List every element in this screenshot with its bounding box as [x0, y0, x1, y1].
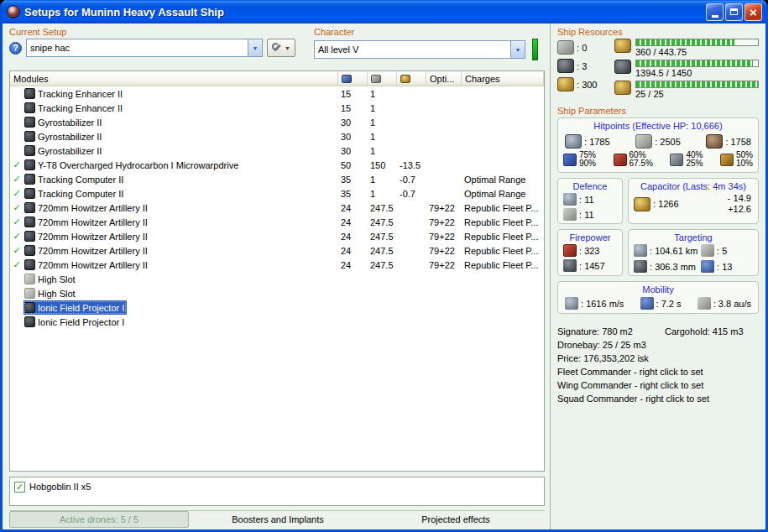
wrench-icon [272, 43, 282, 53]
character-label: Character [314, 27, 538, 37]
bottom-tab-bar: Active drones: 5 / 5 Boosters and Implan… [9, 510, 545, 528]
price-value: Price: 176,353,202 isk [557, 352, 759, 365]
modules-column-header[interactable]: Modules [10, 71, 338, 86]
ship-resources-label: Ship Resources [557, 27, 759, 37]
module-row[interactable]: ✓ Ionic Field Projector I [10, 315, 544, 329]
powergrid-icon [371, 75, 381, 83]
module-icon [24, 159, 35, 170]
shield-hp: 1785 [565, 134, 610, 149]
capacitor-recharge: +12.6 [728, 204, 751, 215]
module-row[interactable]: ✓ 720mm Howitzer Artillery II 24 247.5 7… [10, 201, 544, 215]
module-row[interactable]: ✓ 720mm Howitzer Artillery II 24 247.5 7… [10, 215, 544, 229]
module-icon [24, 188, 35, 199]
module-powergrid-value: 247.5 [368, 232, 397, 242]
sensor-strength: 13 [701, 260, 753, 273]
module-powergrid-value: 1 [368, 89, 397, 99]
setup-tools-button[interactable]: ▼ [267, 39, 295, 57]
targeting-range: 104.61 km [634, 244, 701, 257]
chevron-down-icon[interactable]: ▼ [248, 39, 262, 56]
module-icon [24, 102, 35, 113]
right-panel: Ship Resources 0 3 300 [550, 23, 765, 529]
maximize-button[interactable] [725, 3, 743, 21]
optimal-column-header[interactable]: Opti... [426, 71, 462, 86]
module-row[interactable]: ✓ Gyrostabilizer II 30 1 [10, 115, 544, 129]
tab-boosters-implants[interactable]: Boosters and Implants [189, 511, 367, 528]
module-row[interactable]: ✓ High Slot [10, 286, 544, 300]
explosive-resist-icon [720, 154, 734, 166]
powergrid-column-header[interactable] [368, 71, 397, 86]
module-row[interactable]: ✓ 720mm Howitzer Artillery II 24 247.5 7… [10, 258, 544, 272]
drone-row[interactable]: ✓ Hobgoblin II x5 [14, 480, 540, 493]
character-combo[interactable]: All level V ▼ [314, 40, 525, 59]
module-name: 720mm Howitzer Artillery II [38, 217, 148, 227]
wing-commander-hint[interactable]: Wing Commander - right click to set [557, 378, 759, 392]
fleet-commander-hint[interactable]: Fleet Commander - right click to set [557, 365, 759, 378]
module-row[interactable]: ✓ Ionic Field Projector I [10, 300, 544, 315]
module-cpu-value: 24 [338, 217, 368, 227]
hull-hp: 1758 [706, 134, 751, 149]
modules-list: ✓ Tracking Enhancer II 15 1 [10, 86, 544, 471]
cpu-column-header[interactable] [338, 71, 368, 86]
shield-icon [565, 134, 582, 149]
module-charge: Republic Fleet P... [462, 203, 544, 213]
module-row[interactable]: ✓ Tracking Computer II 35 1 -0.7 [10, 172, 544, 186]
module-row[interactable]: ✓ Tracking Enhancer II 15 1 [10, 86, 544, 101]
capacitor-title: Capacitor (Lasts: 4m 34s) [634, 181, 753, 191]
chevron-down-icon[interactable]: ▼ [510, 41, 525, 58]
module-row[interactable]: ✓ Gyrostabilizer II 30 1 [10, 129, 544, 143]
charges-column-header[interactable]: Charges [462, 71, 544, 86]
module-icon [24, 288, 35, 299]
module-name: High Slot [38, 274, 76, 284]
setup-combo[interactable]: snipe hac ▼ [26, 39, 263, 57]
turret-icon [557, 40, 574, 55]
tab-active-drones[interactable]: Active drones: 5 / 5 [9, 511, 189, 528]
module-powergrid-value: 1 [368, 189, 397, 199]
module-optimal-value: 79+22 [426, 203, 462, 213]
module-cpu-value: 15 [338, 89, 368, 99]
minimize-button[interactable] [706, 3, 724, 21]
scan-resolution: 306.3 mm [634, 260, 701, 273]
module-powergrid-value: 247.5 [368, 246, 397, 256]
armor-defence-rate: 11 [563, 208, 617, 221]
cargohold-value: Cargohold: 415 m3 [665, 325, 744, 338]
module-row[interactable]: ✓ 720mm Howitzer Artillery II 24 247.5 7… [10, 229, 544, 243]
squad-commander-hint[interactable]: Squad Commander - right click to set [557, 392, 759, 405]
module-cpu-value: 15 [338, 103, 368, 113]
fitted-check-icon: ✓ [13, 174, 20, 185]
hull-icon [706, 134, 723, 149]
capacitor-drain: - 14.9 [728, 193, 751, 204]
module-capacitor-value: -0.7 [397, 189, 426, 199]
module-cpu-value: 35 [338, 189, 368, 199]
module-name: Ionic Field Projector I [38, 317, 124, 327]
close-button[interactable]: × [744, 3, 762, 21]
dps-stat: 323 [563, 244, 617, 257]
help-icon[interactable]: ? [9, 42, 22, 55]
module-icon [24, 274, 35, 284]
sensor-strength-icon [701, 260, 714, 273]
defence-title: Defence [563, 181, 617, 191]
powergrid-resource-row: 1394.5 / 1450 [614, 60, 759, 78]
volley-icon [563, 259, 577, 272]
module-cpu-value: 24 [338, 203, 368, 213]
calibration: 300 [557, 77, 608, 91]
titlebar[interactable]: Setups for Muninn Heavy Assault Ship × [3, 0, 765, 23]
module-powergrid-value: 1 [368, 146, 397, 156]
module-cpu-value: 24 [338, 246, 368, 256]
module-icon [24, 302, 35, 313]
tab-projected-effects[interactable]: Projected effects [367, 511, 545, 528]
module-row[interactable]: ✓ 720mm Howitzer Artillery II 24 247.5 7… [10, 243, 544, 258]
module-row[interactable]: ✓ Tracking Enhancer II 15 1 [10, 101, 544, 115]
modules-table: Modules Opti... Charges ✓ [9, 70, 545, 472]
module-row[interactable]: ✓ High Slot [10, 272, 544, 286]
module-charge: Republic Fleet P... [462, 232, 544, 242]
module-row[interactable]: ✓ Gyrostabilizer II 30 1 [10, 143, 544, 158]
dps-icon [563, 244, 577, 257]
module-row[interactable]: ✓ Y-T8 Overcharged Hydrocarbon I Microwa… [10, 158, 544, 172]
drone-checkbox[interactable]: ✓ [14, 482, 25, 493]
drone-label: Hobgoblin II x5 [29, 482, 91, 492]
module-powergrid-value: 1 [368, 175, 397, 185]
calibration-icon [557, 77, 574, 91]
module-name: Tracking Computer II [38, 175, 123, 185]
module-row[interactable]: ✓ Tracking Computer II 35 1 -0.7 [10, 186, 544, 201]
capacitor-column-header[interactable] [397, 71, 426, 86]
